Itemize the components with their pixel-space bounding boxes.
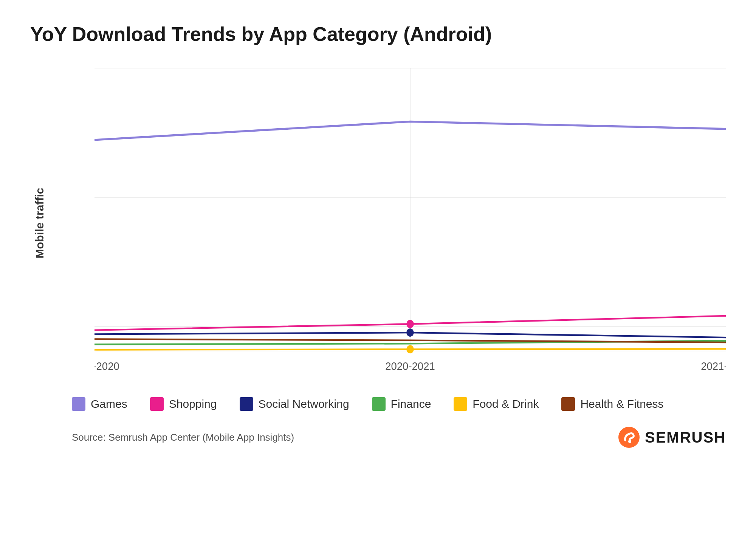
legend-label: Finance <box>391 398 431 410</box>
chart-title: YoY Download Trends by App Category (And… <box>30 23 726 45</box>
semrush-icon <box>618 426 640 449</box>
chart-inner: 0 2 B 4 B 6 B 8 B 2019-2020 2020-2021 20… <box>57 68 726 378</box>
svg-text:2021-2022: 2021-2022 <box>701 360 726 372</box>
legend-item-shopping: Shopping <box>150 397 217 411</box>
chart-area: Mobile traffic <box>30 68 726 378</box>
legend-label: Food & Drink <box>472 398 539 410</box>
legend-label: Social Networking <box>259 398 349 410</box>
svg-point-9 <box>406 345 414 354</box>
legend-color <box>150 397 164 411</box>
legend-label: Health & Fitness <box>580 398 663 410</box>
legend-color <box>561 397 575 411</box>
semrush-brand-text: SEMRUSH <box>645 429 726 446</box>
svg-point-8 <box>406 328 414 337</box>
legend-label: Games <box>91 398 127 410</box>
footer-area: Source: Semrush App Center (Mobile App I… <box>72 426 726 449</box>
legend-item-food-&-drink: Food & Drink <box>454 397 539 411</box>
semrush-logo: SEMRUSH <box>618 426 726 449</box>
legend-item-games: Games <box>72 397 127 411</box>
legend-color <box>72 397 85 411</box>
svg-point-19 <box>628 440 631 443</box>
chart-container: YoY Download Trends by App Category (And… <box>0 0 756 547</box>
y-axis-label: Mobile traffic <box>30 68 49 378</box>
legend-color <box>372 397 386 411</box>
legend-item-finance: Finance <box>372 397 431 411</box>
legend-color <box>240 397 253 411</box>
svg-point-7 <box>406 320 414 328</box>
legend-item-health-&-fitness: Health & Fitness <box>561 397 663 411</box>
legend-color <box>454 397 467 411</box>
legend-area: GamesShoppingSocial NetworkingFinanceFoo… <box>72 397 726 411</box>
svg-text:2019-2020: 2019-2020 <box>94 360 119 372</box>
legend-label: Shopping <box>169 398 217 410</box>
legend-item-social-networking: Social Networking <box>240 397 349 411</box>
svg-point-18 <box>618 427 640 448</box>
source-text: Source: Semrush App Center (Mobile App I… <box>72 432 294 443</box>
svg-text:2020-2021: 2020-2021 <box>385 360 435 372</box>
